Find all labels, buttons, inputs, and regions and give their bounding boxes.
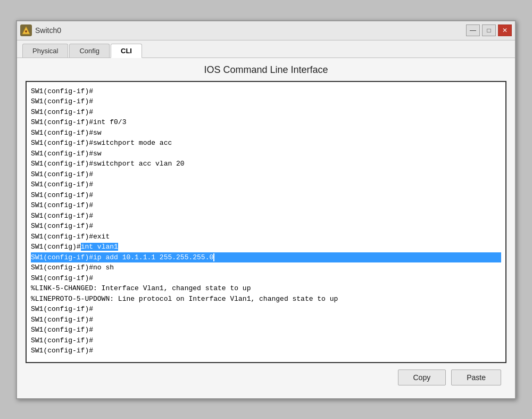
content-area: IOS Command Line Interface SW1(config-if…	[17, 58, 515, 398]
title-bar-left: Switch0	[20, 24, 61, 36]
packet-tracer-icon	[20, 24, 32, 36]
main-window: Switch0 — □ ✕ Physical Config CLI IOS Co…	[16, 20, 516, 399]
terminal-line: SW1(config-if)#	[31, 335, 501, 346]
terminal-line: SW1(config-if)#switchport acc vlan 20	[31, 159, 501, 169]
terminal-line: SW1(config-if)#	[31, 86, 501, 97]
terminal-line: SW1(config)#int vlan1	[31, 242, 501, 252]
terminal-line: SW1(config-if)#	[31, 325, 501, 335]
minimize-button[interactable]: —	[466, 24, 480, 36]
terminal-line: SW1(config-if)#switchport mode acc	[31, 138, 501, 149]
terminal-line: SW1(config-if)#	[31, 315, 501, 325]
terminal-wrapper: SW1(config-if)#SW1(config-if)#SW1(config…	[26, 81, 506, 363]
tab-config[interactable]: Config	[69, 44, 110, 57]
terminal-line: SW1(config-if)#	[31, 273, 501, 284]
terminal-line: %LINK-5-CHANGED: Interface Vlan1, change…	[31, 283, 501, 294]
title-bar: Switch0 — □ ✕	[17, 21, 515, 40]
terminal-line: SW1(config-if)#	[31, 169, 501, 180]
terminal-line: SW1(config-if)#	[31, 179, 501, 190]
tab-bar: Physical Config CLI	[17, 40, 515, 58]
terminal-line: SW1(config-if)#int f0/3	[31, 117, 501, 128]
terminal-line: SW1(config-if)#	[31, 211, 501, 221]
terminal-line: SW1(config-if)#no sh	[31, 262, 501, 273]
paste-button[interactable]: Paste	[451, 369, 501, 385]
terminal-line: SW1(config-if)#	[31, 107, 501, 118]
maximize-button[interactable]: □	[482, 24, 496, 36]
tab-cli[interactable]: CLI	[111, 44, 142, 58]
terminal-line: SW1(config-if)#	[31, 190, 501, 201]
terminal-line: SW1(config-if)#	[31, 346, 501, 356]
tab-physical[interactable]: Physical	[22, 44, 68, 57]
terminal-line: SW1(config-if)#	[31, 304, 501, 315]
terminal-line: SW1(config-if)#sw	[31, 149, 501, 159]
title-bar-controls: — □ ✕	[466, 24, 512, 36]
terminal[interactable]: SW1(config-if)#SW1(config-if)#SW1(config…	[27, 82, 505, 362]
terminal-line: SW1(config-if)#sw	[31, 128, 501, 138]
svg-point-2	[25, 30, 27, 32]
terminal-line: SW1(config-if)#	[31, 200, 501, 211]
button-row: Copy Paste	[26, 363, 506, 392]
close-button[interactable]: ✕	[498, 24, 512, 36]
window-title: Switch0	[35, 26, 61, 35]
copy-button[interactable]: Copy	[398, 369, 446, 385]
terminal-line: SW1(config-if)#	[31, 221, 501, 232]
terminal-line: SW1(config-if)#exit	[31, 232, 501, 242]
terminal-line: %LINEPROTO-5-UPDOWN: Line protocol on In…	[31, 294, 501, 305]
section-title: IOS Command Line Interface	[26, 64, 506, 76]
terminal-line: SW1(config-if)#ip add 10.1.1.1 255.255.2…	[31, 252, 501, 263]
terminal-line: SW1(config-if)#	[31, 96, 501, 107]
